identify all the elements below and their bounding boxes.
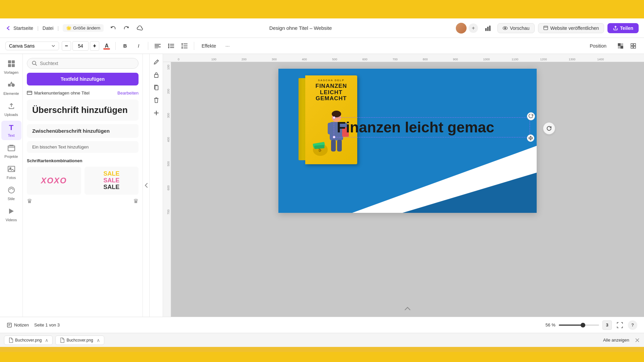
text-panel: Textfeld hinzufügen Markenunterlagen ohn… (23, 54, 143, 317)
collapse-panel-button[interactable] (143, 54, 150, 317)
text-color-button[interactable]: A (102, 41, 111, 51)
sidebar-item-stile[interactable]: Stile (1, 184, 21, 203)
brand-icon (27, 90, 32, 96)
book-content: SASCHA DELP FINANZENLEICHTGEMACHT (305, 75, 357, 157)
effects-button[interactable]: Effekte (198, 42, 219, 50)
subheading-block[interactable]: Zwischenüberschrift hinzufügen (27, 124, 139, 138)
size-change-button[interactable]: 🌟 Größe ändern (63, 24, 104, 32)
elements-icon (8, 81, 15, 90)
page-number-box: 3 (602, 320, 612, 330)
fullscreen-button[interactable] (615, 320, 625, 330)
publish-label: Website veröffentlichen (550, 25, 599, 31)
file-tab-close-0[interactable]: ∧ (45, 338, 48, 343)
font-combo-sale[interactable]: SALE SALE SALE (85, 167, 139, 194)
rotate-icon (529, 114, 533, 119)
bold-button[interactable]: B (120, 41, 130, 51)
position-button[interactable]: Position (586, 42, 610, 50)
align-left-button[interactable] (152, 41, 163, 51)
book-author: SASCHA DELP (309, 79, 354, 82)
more-options-button[interactable]: ··· (222, 41, 233, 51)
zoom-thumb[interactable] (581, 323, 585, 327)
notes-button[interactable]: Notizen (7, 322, 29, 328)
font-size-increase-button[interactable]: + (90, 41, 99, 51)
pen-tool[interactable] (151, 57, 162, 67)
text-handle-bl[interactable] (333, 136, 335, 138)
analytics-button[interactable] (482, 22, 494, 34)
rotate-handle[interactable] (527, 112, 535, 120)
undo-icon (110, 25, 116, 31)
file-tab-close-1[interactable]: ∧ (97, 338, 100, 343)
effects-label: Effekte (202, 43, 216, 49)
resize-handle[interactable] (527, 134, 534, 142)
svg-marker-29 (10, 81, 13, 84)
publish-button[interactable]: Website veröffentlichen (538, 23, 604, 33)
top-bar-left: Startseite | Datei | 🌟 Größe ändern (5, 24, 104, 32)
redo-button[interactable] (121, 23, 132, 34)
panel-crown-left[interactable]: ♛ (27, 197, 32, 205)
share-icon (613, 25, 618, 31)
share-label: Teilen (620, 25, 633, 31)
search-box[interactable] (27, 58, 139, 69)
body-block[interactable]: Ein bisschen Text hinzufügen (27, 141, 139, 153)
add-collaborator-button[interactable]: + (469, 23, 478, 33)
pen-icon (153, 59, 159, 65)
lock-tool[interactable] (151, 69, 162, 80)
sidebar-item-fotos[interactable]: Fotos (1, 163, 21, 182)
bar-chart-icon (485, 25, 491, 31)
subheading-text: Zwischenüberschrift hinzufügen (32, 128, 110, 134)
sale-line-3: SALE (103, 184, 119, 191)
sidebar-item-projekte[interactable]: Projekte (1, 141, 21, 161)
font-size-decrease-button[interactable]: − (62, 41, 71, 51)
expand-button[interactable] (628, 41, 639, 51)
sidebar-item-videos[interactable]: Videos (1, 205, 21, 225)
panel-crown-right[interactable]: ♛ (133, 197, 139, 205)
copy-tool[interactable] (151, 82, 162, 93)
svg-point-12 (168, 47, 169, 48)
canvas-refresh-button[interactable] (543, 122, 555, 134)
chevron-down-icon (51, 44, 55, 48)
share-button[interactable]: Teilen (607, 23, 639, 33)
delete-tool[interactable] (151, 95, 162, 106)
help-button[interactable]: ? (628, 320, 637, 330)
bearbeiten-button[interactable]: Bearbeiten (117, 90, 139, 96)
trash-icon (154, 97, 159, 103)
undo-redo-group (108, 23, 145, 34)
preview-button[interactable]: Vorschau (497, 23, 534, 33)
italic-button[interactable]: I (133, 41, 144, 51)
file-tab-1[interactable]: Buchcover.png ∧ (55, 336, 104, 345)
heading-block[interactable]: Überschrift hinzufügen (27, 100, 139, 121)
cloud-save-button[interactable] (135, 23, 145, 34)
alle-anzeigen-button[interactable]: Alle anzeigen (603, 338, 629, 343)
text-handle-tl[interactable] (333, 116, 335, 119)
zoom-slider[interactable] (559, 324, 599, 326)
close-filetabs-icon[interactable] (635, 338, 640, 343)
font-family-selector[interactable]: Canva Sans (5, 42, 59, 50)
refresh-icon (546, 126, 552, 131)
sidebar-item-text[interactable]: T Text (1, 121, 21, 140)
grid-icon-btn[interactable] (615, 41, 626, 51)
canvas-text-element[interactable]: Finanzen leicht gemac (334, 117, 530, 137)
svg-rect-51 (7, 323, 11, 327)
font-combo-xoxo[interactable]: XOXO (27, 167, 81, 194)
sidebar-item-elemente[interactable]: Elemente (1, 78, 21, 98)
canvas-text-content[interactable]: Finanzen leicht gemac (337, 119, 527, 136)
tools-bar (150, 54, 163, 317)
add-textfield-button[interactable]: Textfeld hinzufügen (27, 73, 139, 85)
font-size-input[interactable] (72, 41, 89, 51)
file-menu[interactable]: Datei (43, 25, 54, 31)
sidebar-item-uploads[interactable]: Uploads (1, 100, 21, 119)
file-icon-1 (60, 338, 64, 343)
text-icon: T (9, 123, 13, 132)
list-button[interactable] (166, 41, 176, 51)
back-button[interactable]: Startseite (5, 25, 33, 31)
file-tab-0[interactable]: Buchcover.png ∧ (4, 336, 53, 345)
scroll-indicator[interactable] (404, 307, 411, 313)
search-input[interactable] (40, 61, 133, 66)
sidebar-item-vorlagen[interactable]: Vorlagen (1, 57, 21, 77)
undo-button[interactable] (108, 23, 118, 34)
line-height-button[interactable] (179, 41, 190, 51)
add-tool[interactable] (151, 108, 162, 118)
design-title[interactable]: Design ohne Titel – Website (269, 25, 332, 31)
main-area: Vorlagen Elemente Uploads T Text (0, 54, 644, 317)
canvas-text-box[interactable]: Finanzen leicht gemac (334, 117, 530, 137)
